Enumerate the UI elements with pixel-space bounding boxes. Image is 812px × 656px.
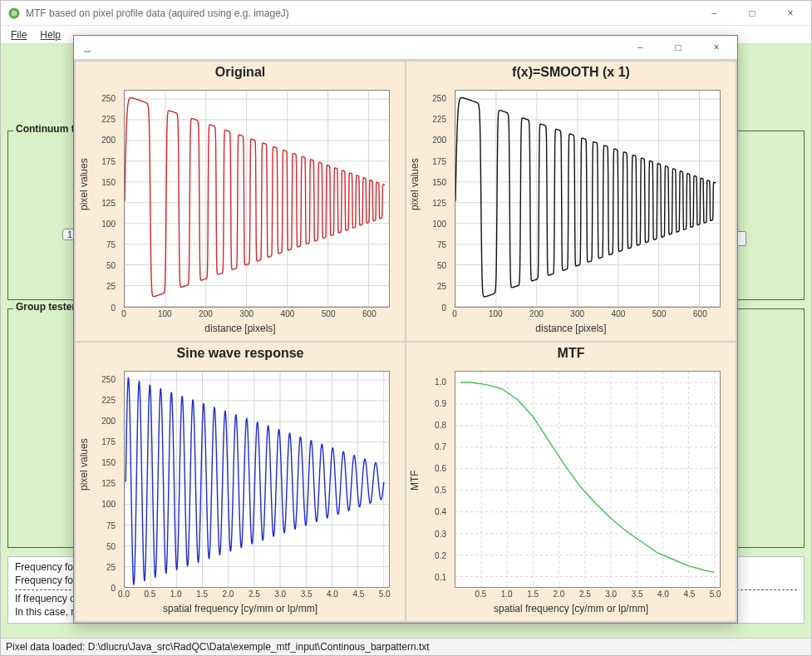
curve: [455, 97, 716, 296]
svg-point-1: [12, 10, 17, 16]
curve: [125, 377, 384, 584]
chart-minimize-button[interactable]: −: [621, 35, 659, 60]
chart-mtf-title: MTF: [406, 343, 736, 363]
menu-file[interactable]: File: [6, 27, 32, 42]
plot-area: [455, 90, 721, 308]
y-ticks: 0255075100125150175200225250: [82, 90, 121, 308]
curve: [125, 98, 385, 297]
curve: [460, 382, 715, 571]
chart-smooth-title: f(x)=SMOOTH (x 1): [406, 62, 736, 81]
chart-maximize-button[interactable]: □: [659, 35, 697, 60]
minimize-button[interactable]: −: [695, 1, 733, 26]
main-title: MTF based on pixel profile data (aquired…: [26, 7, 695, 19]
plot-area: [124, 90, 390, 308]
chart-titlebar[interactable]: − □ ×: [74, 36, 737, 60]
close-button[interactable]: ×: [771, 1, 810, 26]
chart-smooth: f(x)=SMOOTH (x 1) distance [pixels]pixel…: [406, 62, 736, 341]
x-axis-label: spatial frequency [cy/mm or lp/mm]: [413, 603, 729, 614]
x-axis-label: spatial frequency [cy/mm or lp/mm]: [82, 603, 398, 614]
status-bar: Pixel data loaded: D:\dlucru\Java_src\Ra…: [1, 638, 811, 655]
main-titlebar[interactable]: MTF based on pixel profile data (aquired…: [1, 1, 811, 26]
plot-area: [455, 371, 721, 589]
x-ticks: 0.51.01.52.02.53.03.54.04.55.0: [455, 589, 721, 599]
x-ticks: 0100200300400500600: [455, 309, 721, 319]
java-icon: [81, 41, 94, 54]
x-axis-label: distance [pixels]: [82, 323, 398, 334]
y-ticks: 0255075100125150175200225250: [413, 90, 451, 308]
chart-grid: Original distance [pixels]pixel values01…: [74, 60, 737, 623]
plot-area: [124, 371, 390, 589]
window-buttons: − □ ×: [695, 1, 810, 26]
maximize-button[interactable]: □: [733, 1, 771, 26]
chart-original: Original distance [pixels]pixel values01…: [76, 62, 405, 341]
app-icon: [7, 7, 21, 20]
chart-sine: Sine wave response spatial frequency [cy…: [76, 343, 405, 622]
y-ticks: 0255075100125150175200225250: [82, 371, 121, 589]
x-ticks: 0100200300400500600: [124, 309, 390, 319]
status-text: Pixel data loaded: D:\dlucru\Java_src\Ra…: [6, 641, 430, 653]
x-ticks: 0.00.51.01.52.02.53.03.54.04.55.0: [124, 589, 390, 599]
chart-sine-title: Sine wave response: [76, 343, 405, 363]
y-ticks: 0.10.20.30.40.50.60.70.80.91.0: [413, 371, 451, 589]
chart-close-button[interactable]: ×: [697, 35, 736, 60]
x-axis-label: distance [pixels]: [413, 323, 729, 334]
chart-window: − □ × Original distance [pixels]pixel va…: [73, 35, 738, 624]
chart-mtf: MTF spatial frequency [cy/mm or lp/mm]MT…: [406, 343, 736, 622]
chart-original-title: Original: [76, 62, 405, 81]
chart-window-buttons: − □ ×: [621, 35, 736, 60]
menu-help[interactable]: Help: [35, 27, 66, 42]
